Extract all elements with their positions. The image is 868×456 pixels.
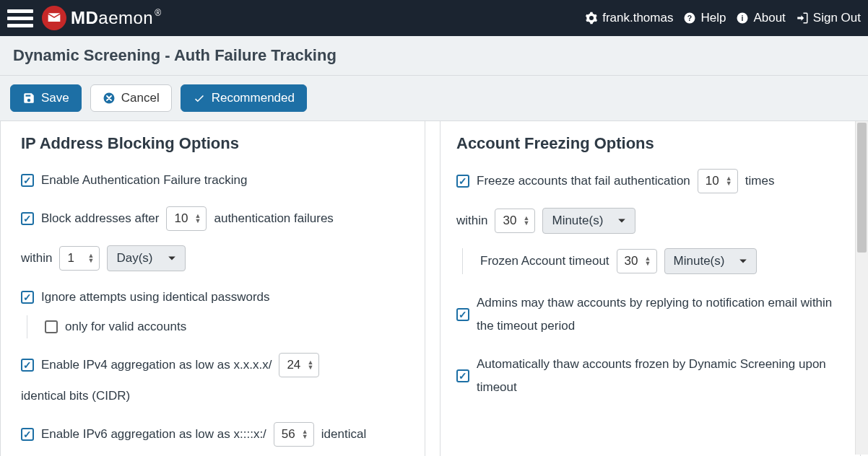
help-icon: ? <box>683 12 696 25</box>
ipv4-bits-input[interactable]: 24 ▲▼ <box>279 353 319 377</box>
menu-icon[interactable] <box>7 5 33 31</box>
page-title: Dynamic Screening - Auth Failure Trackin… <box>0 36 868 76</box>
timeout-unit-select[interactable]: Minute(s) <box>664 248 758 274</box>
within-unit-select[interactable]: Day(s) <box>107 245 185 271</box>
cancel-icon <box>103 92 116 105</box>
top-bar: MDaemon® frank.thomas ? Help i About Sig… <box>0 0 868 36</box>
toolbar: Save Cancel Recommended <box>0 76 868 121</box>
app-logo[interactable]: MDaemon® <box>42 6 162 30</box>
svg-text:i: i <box>742 14 744 22</box>
freeze-within-unit-select[interactable]: Minute(s) <box>542 208 635 234</box>
brand-text: MDaemon® <box>71 8 162 28</box>
scrollbar[interactable] <box>855 121 868 455</box>
recommended-button[interactable]: Recommended <box>181 84 307 112</box>
ipv6-bits-input[interactable]: 56 ▲▼ <box>274 422 314 447</box>
freeze-within-input[interactable]: 30 ▲▼ <box>495 209 535 233</box>
gears-icon <box>585 12 598 25</box>
ip-blocking-title: IP Address Blocking Options <box>21 134 410 153</box>
info-icon: i <box>736 12 749 25</box>
only-valid-checkbox[interactable] <box>45 320 58 333</box>
ipv4-agg-checkbox[interactable] <box>21 359 34 372</box>
ipv6-agg-checkbox[interactable] <box>21 428 34 441</box>
user-menu[interactable]: frank.thomas <box>585 11 673 25</box>
envelope-icon <box>42 6 66 30</box>
scrollbar-thumb[interactable] <box>857 123 867 253</box>
help-link[interactable]: ? Help <box>683 11 726 25</box>
save-button[interactable]: Save <box>10 84 82 112</box>
block-after-checkbox[interactable] <box>21 212 34 225</box>
save-icon <box>22 92 35 105</box>
account-freezing-title: Account Freezing Options <box>456 134 846 153</box>
about-link[interactable]: i About <box>736 11 785 25</box>
check-icon <box>193 92 206 105</box>
chevron-down-icon <box>168 254 176 263</box>
freeze-count-input[interactable]: 10 ▲▼ <box>698 169 738 193</box>
enable-tracking-checkbox[interactable] <box>21 174 34 187</box>
enable-tracking-label: Enable Authentication Failure tracking <box>41 169 247 192</box>
admins-thaw-checkbox[interactable] <box>456 308 469 321</box>
signout-link[interactable]: Sign Out <box>796 11 861 25</box>
chevron-down-icon <box>617 216 626 225</box>
freeze-accounts-checkbox[interactable] <box>456 175 469 188</box>
ip-blocking-panel: IP Address Blocking Options Enable Authe… <box>0 121 425 456</box>
within-value-input[interactable]: 1 ▲▼ <box>59 246 100 271</box>
auto-thaw-checkbox[interactable] <box>456 369 469 382</box>
signout-icon <box>796 12 809 25</box>
chevron-down-icon <box>739 257 747 266</box>
svg-text:?: ? <box>687 14 692 22</box>
cancel-button[interactable]: Cancel <box>90 84 172 112</box>
ignore-identical-checkbox[interactable] <box>21 291 34 304</box>
account-freezing-panel: Account Freezing Options Freeze accounts… <box>440 121 861 456</box>
block-after-input[interactable]: 10 ▲▼ <box>166 206 207 231</box>
timeout-value-input[interactable]: 30 ▲▼ <box>617 249 657 273</box>
